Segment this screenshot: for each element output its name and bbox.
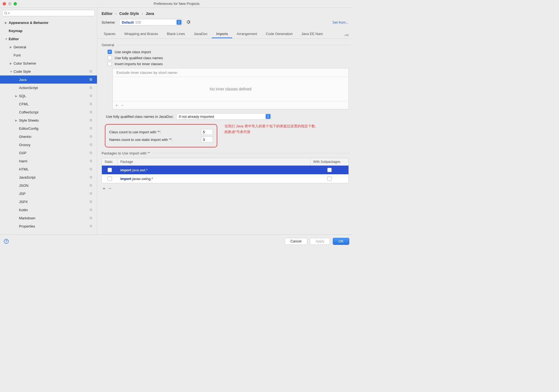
package-cell: import java.awt.* [118, 168, 310, 172]
fq-select[interactable]: If not already imported [176, 113, 271, 120]
copy-icon: ⧉ [90, 191, 92, 196]
exclude-header: Exclude inner classes by short name: [113, 68, 348, 77]
sidebar-item-gsp[interactable]: GSP⧉ [0, 149, 97, 157]
sidebar-item-markdown[interactable]: Markdown⧉ [0, 214, 97, 222]
ok-button[interactable]: OK [333, 238, 349, 245]
breadcrumb-java: Java [146, 11, 154, 16]
checkbox-subpackages[interactable] [327, 168, 332, 172]
checkbox-static[interactable] [108, 176, 112, 181]
chevron-updown-icon [266, 114, 271, 119]
copy-icon: ⧉ [90, 200, 92, 204]
sidebar-item-keymap[interactable]: Keymap [0, 27, 97, 35]
checkbox-inner-imports[interactable] [108, 62, 112, 66]
sidebar-item-kotlin[interactable]: Kotlin⧉ [0, 206, 97, 214]
remove-icon[interactable]: − [121, 103, 124, 108]
sidebar-item-label: Editor [9, 37, 19, 41]
sidebar-item-appearance-behavior[interactable]: ▶Appearance & Behavior [0, 18, 97, 27]
table-row[interactable]: import javax.swing.* [102, 174, 348, 183]
section-general: General [102, 43, 114, 47]
checkbox-fully-qualified[interactable] [108, 56, 112, 60]
tab-imports[interactable]: Imports [212, 30, 232, 38]
names-count-input[interactable] [201, 137, 213, 143]
footer: ? Cancel Apply OK [0, 235, 353, 248]
copy-icon: ⧉ [90, 183, 92, 188]
class-count-input[interactable] [201, 129, 213, 135]
tab-blank-lines[interactable]: Blank Lines [162, 30, 189, 38]
sidebar-item-color-scheme[interactable]: ▶Color Scheme [0, 59, 97, 67]
copy-icon: ⧉ [90, 167, 92, 171]
names-count-label: Names count to use static import with '*… [109, 138, 199, 142]
gear-icon[interactable] [186, 20, 190, 25]
sidebar-item-json[interactable]: JSON⧉ [0, 181, 97, 189]
titlebar: Preferences for New Projects [0, 0, 353, 8]
sidebar-item-label: Code Style [14, 69, 31, 74]
search-input[interactable]: ▾ [2, 10, 95, 16]
sidebar-item-label: SQL [19, 94, 26, 98]
sidebar-item-haml[interactable]: Haml⧉ [0, 157, 97, 165]
sidebar-item-cfml[interactable]: CFML⧉ [0, 100, 97, 108]
tab-javadoc[interactable]: JavaDoc [189, 30, 212, 38]
checkbox-subpackages[interactable] [327, 176, 332, 181]
apply-button[interactable]: Apply [310, 238, 330, 245]
col-subpackages[interactable]: With Subpackages [310, 158, 348, 165]
cancel-button[interactable]: Cancel [285, 238, 307, 245]
sidebar: ▾ ▶Appearance & BehaviorKeymap▼Editor▶Ge… [0, 8, 97, 235]
sidebar-item-label: Properties [19, 224, 35, 228]
sidebar-item-font[interactable]: Font [0, 51, 97, 59]
sidebar-item-properties[interactable]: Properties⧉ [0, 222, 97, 230]
copy-icon: ⧉ [90, 151, 92, 155]
checkbox-single-class-import[interactable] [108, 50, 112, 54]
help-icon[interactable]: ? [4, 239, 9, 244]
fq-label: Use fully qualified class names in JavaD… [106, 115, 174, 119]
tab-arrangement[interactable]: Arrangement [232, 30, 261, 38]
sidebar-item-label: JavaScript [19, 175, 36, 179]
breadcrumb-codestyle[interactable]: Code Style [119, 11, 139, 16]
tab-code-generation[interactable]: Code Generation [261, 30, 297, 38]
tab-wrapping-and-braces[interactable]: Wrapping and Braces [120, 30, 162, 38]
copy-icon: ⧉ [90, 77, 92, 82]
search-icon [4, 11, 8, 15]
chevron-updown-icon [177, 20, 181, 25]
sidebar-item-style-sheets[interactable]: ▶Style Sheets⧉ [0, 116, 97, 124]
set-from-link[interactable]: Set from... [332, 20, 349, 24]
sidebar-item-editor[interactable]: ▼Editor [0, 35, 97, 43]
exclude-inner-box: Exclude inner classes by short name: No … [112, 68, 349, 109]
sidebar-item-sql[interactable]: ▶SQL⧉ [0, 92, 97, 100]
sidebar-item-label: Appearance & Behavior [9, 21, 49, 25]
section-packages: Packages to Use Import with '*' [102, 151, 150, 155]
sidebar-item-label: Groovy [19, 143, 30, 147]
table-row[interactable]: import java.awt.* [102, 166, 348, 174]
sidebar-item-label: JSPX [19, 200, 28, 204]
add-icon[interactable]: + [103, 186, 105, 191]
sidebar-item-general[interactable]: ▶General [0, 43, 97, 51]
sidebar-item-actionscript[interactable]: ActionScript⧉ [0, 84, 97, 92]
sidebar-item-editorconfig[interactable]: EditorConfig⧉ [0, 124, 97, 132]
copy-icon: ⧉ [90, 134, 92, 139]
remove-icon[interactable]: − [109, 186, 111, 191]
breadcrumb: Editor › Code Style › Java [97, 8, 353, 18]
sidebar-item-label: Haml [19, 159, 27, 163]
tabs-overflow-icon[interactable]: ↓≡1 [342, 32, 351, 38]
tab-java-ee-nam[interactable]: Java EE Nam [297, 30, 327, 38]
copy-icon: ⧉ [90, 175, 92, 179]
sidebar-item-groovy[interactable]: Groovy⧉ [0, 141, 97, 149]
sidebar-item-jsp[interactable]: JSP⧉ [0, 189, 97, 198]
col-package[interactable]: Package [118, 158, 310, 165]
sidebar-item-code-style[interactable]: ▼Code Style⧉ [0, 67, 97, 75]
copy-icon: ⧉ [90, 118, 92, 122]
col-static[interactable]: Static [102, 158, 118, 165]
sidebar-item-coffeescript[interactable]: CoffeeScript⧉ [0, 108, 97, 116]
tab-spaces[interactable]: Spaces [99, 30, 120, 38]
add-icon[interactable]: + [115, 103, 118, 108]
sidebar-item-javascript[interactable]: JavaScript⧉ [0, 173, 97, 181]
copy-icon: ⧉ [90, 143, 92, 147]
checkbox-static[interactable] [108, 168, 112, 172]
sidebar-item-java[interactable]: Java⧉ [0, 75, 97, 84]
tabs: SpacesWrapping and BracesBlank LinesJava… [97, 29, 353, 39]
scheme-select[interactable]: Default IDE [119, 19, 182, 26]
sidebar-item-gherkin[interactable]: Gherkin⧉ [0, 132, 97, 141]
breadcrumb-editor[interactable]: Editor [102, 11, 112, 16]
sidebar-item-label: General [14, 45, 26, 49]
sidebar-item-jspx[interactable]: JSPX⧉ [0, 198, 97, 206]
sidebar-item-html[interactable]: HTML⧉ [0, 165, 97, 173]
